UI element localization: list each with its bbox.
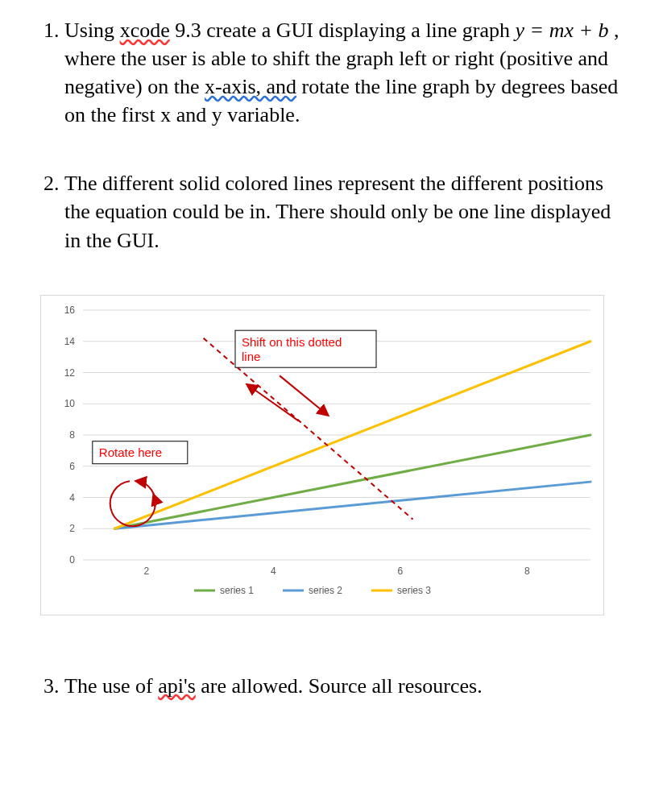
item1-text-part2: 9.3 create a GUI displaying a line graph [170, 19, 516, 42]
list-item-1: Using xcode 9.3 create a GUI displaying … [64, 16, 627, 129]
item3-text-part1: The use of [64, 674, 158, 698]
svg-text:Rotate here: Rotate here [99, 445, 162, 458]
numbered-list-continued: The use of api's are allowed. Source all… [40, 672, 627, 700]
svg-text:2: 2 [143, 566, 149, 577]
svg-text:8: 8 [524, 566, 530, 577]
svg-line-26 [248, 385, 299, 421]
svg-text:12: 12 [64, 367, 76, 378]
svg-text:series 1: series 1 [220, 585, 254, 596]
svg-text:14: 14 [64, 335, 76, 346]
svg-text:6: 6 [69, 460, 75, 471]
equation: y = mx + b [516, 19, 609, 42]
item3-text-part2: are allowed. Source all resources. [196, 674, 483, 698]
spellcheck-xcode: xcode [120, 19, 170, 42]
svg-text:2: 2 [69, 523, 75, 534]
list-item-3: The use of api's are allowed. Source all… [64, 672, 627, 700]
svg-text:4: 4 [69, 491, 75, 503]
svg-text:series 3: series 3 [397, 585, 431, 596]
svg-text:series 2: series 2 [309, 585, 342, 596]
spellcheck-apis: api's [158, 674, 196, 698]
svg-text:8: 8 [69, 429, 75, 441]
document-page: Using xcode 9.3 create a GUI displaying … [0, 0, 667, 764]
list-item-2: The different solid colored lines repres… [64, 169, 627, 254]
svg-line-23 [114, 482, 590, 528]
numbered-list: Using xcode 9.3 create a GUI displaying … [40, 16, 627, 255]
svg-text:10: 10 [64, 398, 76, 409]
svg-text:Shift on this dotted: Shift on this dotted [242, 335, 342, 349]
svg-text:4: 4 [271, 566, 276, 577]
chart-container: 02468101214162468Shift on this dottedlin… [40, 295, 604, 615]
svg-text:0: 0 [69, 554, 75, 566]
svg-text:16: 16 [64, 304, 76, 316]
svg-text:line: line [242, 350, 260, 363]
svg-line-27 [280, 375, 327, 414]
item1-text-part1: Using [64, 19, 120, 42]
grammarcheck-xaxis: x-axis, and [205, 75, 296, 98]
svg-text:6: 6 [397, 566, 403, 577]
line-chart: 02468101214162468Shift on this dottedlin… [48, 302, 599, 608]
